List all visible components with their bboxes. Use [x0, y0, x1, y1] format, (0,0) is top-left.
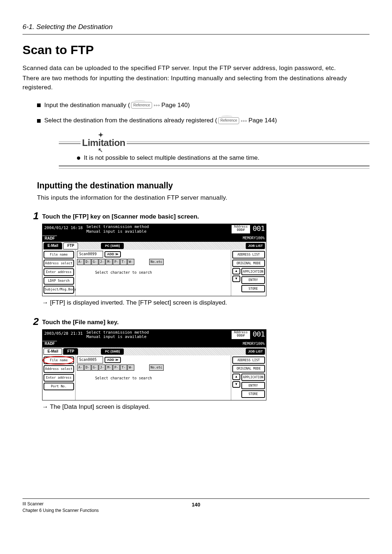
- entry-button[interactable]: ENTRY: [241, 276, 265, 284]
- subject-msg-body-button[interactable]: Subject/Msg.Body: [44, 286, 74, 293]
- addr-num: 000#: [233, 228, 249, 232]
- page-title: Scan to FTP: [23, 41, 369, 59]
- bullet-select-registered: Select the destination from the destinat…: [37, 116, 369, 125]
- letter-filter-row: A- D- G- J- M- P- T- W- No.etc: [77, 364, 229, 371]
- breadcrumb: 6-1. Selecting the Destination: [23, 22, 369, 34]
- enter-address-button[interactable]: Enter address: [44, 374, 74, 382]
- letter-p[interactable]: P-: [113, 364, 120, 371]
- tab-pcsmb[interactable]: PC (SMB): [101, 243, 124, 249]
- step-number: 1: [30, 211, 42, 314]
- application-button[interactable]: APPLICATION: [241, 374, 265, 381]
- letter-d[interactable]: D-: [84, 259, 91, 265]
- add-button[interactable]: ADD ≫: [105, 357, 121, 363]
- address-select-button[interactable]: Address select: [44, 260, 74, 267]
- panel2-datetime: 2003/05/28 21:31: [42, 330, 85, 340]
- panel1-datetime: 2004/01/12 16:18: [42, 224, 85, 235]
- letter-g[interactable]: G-: [91, 259, 98, 265]
- step-number: 2: [30, 317, 42, 419]
- bullet-1-text: Input the destination manually (: [44, 101, 130, 110]
- original-mode-button[interactable]: ORIGINAL MODE: [232, 260, 265, 267]
- store-button[interactable]: STORE: [241, 390, 265, 398]
- panel1-msg1: Select transmission method: [86, 225, 229, 229]
- radf-label: RADF: [42, 341, 57, 347]
- step-2: 2 Touch the [File name] key. 2003/05/28 …: [30, 317, 369, 419]
- letter-a[interactable]: A-: [77, 259, 84, 265]
- limitation-text: It is not possible to select multiple de…: [84, 154, 260, 163]
- original-mode-button[interactable]: ORIGINAL MODE: [232, 365, 265, 372]
- memory-label: MEMORY100%: [241, 236, 266, 241]
- letter-g[interactable]: G-: [91, 364, 98, 371]
- radf-label: RADF: [42, 236, 57, 241]
- no-etc-button[interactable]: No.etc: [149, 364, 164, 371]
- joblist-button[interactable]: JOB LIST: [246, 349, 265, 355]
- letter-t[interactable]: T-: [120, 259, 127, 265]
- section-subtext: This inputs the information for the dest…: [37, 194, 369, 203]
- page-arrows-icon: ▸▸▸: [241, 118, 248, 124]
- step-1: 1 Touch the [FTP] key on [Scanner mode b…: [30, 211, 369, 314]
- memory-label: MEMORY100%: [241, 341, 266, 347]
- search-hint: Select character to search: [77, 266, 229, 278]
- letter-w[interactable]: W-: [127, 259, 134, 265]
- scanner-panel-2: 2003/05/28 21:31 Select transmission met…: [42, 329, 266, 400]
- tab-email[interactable]: E-Mail: [44, 243, 62, 249]
- letter-filter-row: A- D- G- J- M- P- T- W- No.etc: [77, 259, 229, 265]
- ldap-search-button[interactable]: LDAP Search: [44, 277, 74, 285]
- file-name-button[interactable]: File name: [44, 251, 74, 258]
- add-button[interactable]: ADD ≫: [105, 251, 121, 257]
- square-bullet-icon: [37, 103, 41, 107]
- scroll-down-icon[interactable]: ▼: [232, 276, 240, 282]
- intro-paragraph-2: There are two methods for inputting the …: [23, 74, 369, 92]
- panel1-address-box: Address 000#: [231, 225, 250, 234]
- address-list-button[interactable]: ADDRESS LIST: [232, 251, 265, 258]
- page-arrows-icon: ▸▸▸: [154, 102, 160, 108]
- scroll-down-icon[interactable]: ▼: [232, 381, 240, 388]
- scan-name-field: Scan0099: [77, 251, 103, 258]
- panel2-address-box: Address 000#: [231, 330, 250, 339]
- address-list-button[interactable]: ADDRESS LIST: [232, 357, 265, 364]
- limitation-heading: ✦ Limitation ↖: [82, 136, 125, 150]
- no-etc-button[interactable]: No.etc: [149, 259, 164, 265]
- address-select-button[interactable]: Address select: [44, 365, 74, 373]
- step-1-title: Touch the [FTP] key on [Scanner mode bas…: [42, 212, 369, 221]
- letter-m[interactable]: M-: [106, 259, 113, 265]
- tab-ftp[interactable]: FTP: [63, 348, 78, 355]
- footer-page-number: 140: [192, 501, 200, 508]
- joblist-button[interactable]: JOB LIST: [246, 243, 265, 249]
- letter-m[interactable]: M-: [106, 364, 113, 371]
- bullet-2-page: Page 144): [248, 116, 277, 125]
- bullet-input-manually: Input the destination manually ( Referen…: [37, 101, 369, 110]
- square-bullet-icon: [37, 119, 41, 123]
- disc-bullet-icon: [77, 156, 80, 160]
- letter-p[interactable]: P-: [113, 259, 120, 265]
- panel1-msg2: Manual input is available: [86, 229, 229, 234]
- application-button[interactable]: APPLICATION: [241, 268, 265, 275]
- file-name-button[interactable]: File name: [44, 357, 74, 364]
- entry-button[interactable]: ENTRY: [241, 382, 265, 389]
- addr-num: 000#: [233, 334, 249, 337]
- reference-badge: Reference: [131, 102, 152, 109]
- search-hint: Select character to search: [77, 371, 229, 383]
- port-no-button[interactable]: Port No.: [44, 383, 74, 390]
- letter-w[interactable]: W-: [127, 364, 134, 371]
- store-button[interactable]: STORE: [241, 285, 265, 292]
- letter-j[interactable]: J-: [99, 259, 106, 265]
- letter-d[interactable]: D-: [84, 364, 91, 371]
- cursor-icon: ↖: [98, 146, 103, 154]
- tab-pcsmb[interactable]: PC (SMB): [101, 349, 124, 355]
- sparkle-icon: ✦: [98, 130, 103, 140]
- scroll-up-icon[interactable]: ▲: [232, 374, 240, 380]
- scan-name-field: Scan0005: [77, 357, 103, 363]
- letter-a[interactable]: A-: [77, 364, 84, 371]
- tab-ftp[interactable]: FTP: [63, 243, 78, 249]
- letter-t[interactable]: T-: [120, 364, 127, 371]
- enter-address-button[interactable]: Enter address: [44, 268, 74, 276]
- step-2-result: → The [Data Input] screen is displayed.: [42, 403, 369, 412]
- limitation-block: ✦ Limitation ↖ It is not possible to sel…: [59, 136, 369, 169]
- intro-paragraph-1: Scanned data can be uploaded to the spec…: [23, 64, 369, 73]
- letter-j[interactable]: J-: [99, 364, 106, 371]
- scroll-up-icon[interactable]: ▲: [232, 268, 240, 274]
- bullet-2-text: Select the destination from the destinat…: [44, 116, 217, 125]
- limitation-word: Limitation: [82, 137, 125, 148]
- tab-email[interactable]: E-Mail: [44, 348, 62, 355]
- panel1-digits: 001: [251, 224, 266, 235]
